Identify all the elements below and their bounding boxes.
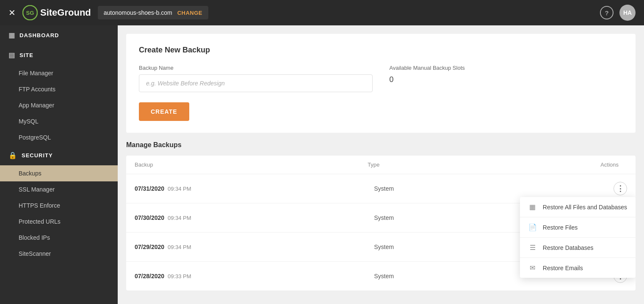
sidebar-item-mysql[interactable]: MySQL	[0, 113, 118, 129]
site-selector[interactable]: autonomous-shoes-b.com CHANGE	[98, 6, 208, 19]
sidebar-item-https-enforce[interactable]: HTTPS Enforce	[0, 197, 118, 214]
topbar-left: ✕ SG SiteGround autonomous-shoes-b.com C…	[8, 5, 208, 20]
restore-all-icon: ▦	[528, 203, 537, 211]
slots-value: 0	[390, 75, 623, 84]
backup-date-bold-0: 07/31/2020	[135, 185, 164, 192]
slots-label: Available Manual Backup Slots	[390, 65, 623, 71]
sidebar-item-ftp-accounts[interactable]: FTP Accounts	[0, 81, 118, 97]
create-backup-title: Create New Backup	[139, 46, 623, 55]
restore-databases-label: Restore Databases	[543, 244, 594, 251]
table-row: 07/31/2020 09:34 PM System ⋮ ▦ Restore A…	[126, 174, 636, 203]
backup-date-time-2: 09:34 PM	[168, 244, 191, 250]
sidebar-section-dashboard-label: DASHBOARD	[19, 32, 59, 38]
topbar: ✕ SG SiteGround autonomous-shoes-b.com C…	[0, 0, 644, 25]
restore-databases-icon: ☰	[528, 244, 537, 252]
site-icon: ▤	[8, 51, 15, 59]
table-header: Backup Type Actions	[126, 156, 636, 174]
backup-date-2: 07/29/2020 09:34 PM	[135, 244, 374, 250]
sidebar-section-security[interactable]: 🔒 SECURITY	[0, 145, 118, 165]
dropdown-menu: ▦ Restore All Files and Databases 📄 Rest…	[520, 197, 636, 278]
dashboard-icon: ▦	[8, 31, 15, 39]
backup-name-group: Backup Name	[139, 65, 373, 92]
backup-name-input[interactable]	[139, 74, 373, 92]
security-icon: 🔒	[8, 151, 17, 159]
close-button[interactable]: ✕	[8, 8, 16, 18]
backup-form-row: Backup Name Available Manual Backup Slot…	[139, 65, 623, 92]
dropdown-item-restore-databases[interactable]: ☰ Restore Databases	[520, 238, 636, 258]
sidebar-item-ssl-manager[interactable]: SSL Manager	[0, 181, 118, 197]
backup-date-time-0: 09:34 PM	[168, 186, 191, 192]
svg-text:SG: SG	[26, 10, 34, 16]
create-button[interactable]: CREATE	[139, 102, 189, 121]
sidebar: ▦ DASHBOARD ▤ SITE File Manager FTP Acco…	[0, 25, 118, 304]
restore-all-label: Restore All Files and Databases	[543, 204, 627, 211]
avatar[interactable]: HA	[619, 5, 636, 21]
backup-date-bold-3: 07/28/2020	[135, 273, 164, 279]
restore-files-label: Restore Files	[543, 224, 578, 231]
restore-emails-label: Restore Emails	[543, 265, 583, 271]
manage-backups-section: Manage Backups Backup Type Actions 07/31…	[126, 141, 636, 290]
create-backup-card: Create New Backup Backup Name Available …	[126, 34, 636, 133]
backup-date-time-3: 09:33 PM	[168, 273, 191, 279]
main-content: Create New Backup Backup Name Available …	[118, 25, 644, 304]
sidebar-item-postgresql[interactable]: PostgreSQL	[0, 129, 118, 145]
sidebar-item-backups[interactable]: Backups	[0, 165, 118, 181]
sidebar-item-file-manager[interactable]: File Manager	[0, 65, 118, 81]
sidebar-item-app-manager[interactable]: App Manager	[0, 97, 118, 113]
restore-emails-icon: ✉	[528, 264, 537, 272]
topbar-right: ? HA	[600, 5, 636, 21]
backup-name-label: Backup Name	[139, 65, 373, 71]
backup-date-1: 07/30/2020 09:34 PM	[135, 214, 374, 221]
logo: SG SiteGround	[22, 5, 91, 20]
manage-backups-title: Manage Backups	[126, 141, 636, 149]
sidebar-section-site[interactable]: ▤ SITE	[0, 45, 118, 65]
col-actions: Actions	[600, 162, 627, 168]
change-button[interactable]: CHANGE	[177, 10, 202, 16]
site-domain: autonomous-shoes-b.com	[104, 9, 172, 16]
logo-text: SiteGround	[40, 7, 91, 18]
backup-type-0: System	[374, 185, 614, 192]
sidebar-section-security-label: SECURITY	[22, 152, 53, 159]
dropdown-item-restore-emails[interactable]: ✉ Restore Emails	[520, 258, 636, 278]
help-button[interactable]: ?	[600, 6, 614, 19]
backup-date-bold-2: 07/29/2020	[135, 244, 164, 250]
sidebar-section-site-label: SITE	[19, 52, 33, 58]
col-type: Type	[368, 162, 600, 168]
sidebar-section-dashboard[interactable]: ▦ DASHBOARD	[0, 25, 118, 45]
dropdown-item-restore-all[interactable]: ▦ Restore All Files and Databases	[520, 197, 636, 217]
sidebar-item-protected-urls[interactable]: Protected URLs	[0, 214, 118, 230]
sidebar-item-blocked-ips[interactable]: Blocked IPs	[0, 230, 118, 246]
backup-date-time-1: 09:34 PM	[168, 215, 191, 221]
actions-menu-button-0[interactable]: ⋮	[614, 182, 627, 195]
dropdown-item-restore-files[interactable]: 📄 Restore Files	[520, 217, 636, 238]
backups-table: Backup Type Actions 07/31/2020 09:34 PM …	[126, 156, 636, 290]
backup-date-3: 07/28/2020 09:33 PM	[135, 273, 374, 279]
backup-date-0: 07/31/2020 09:34 PM	[135, 185, 374, 192]
sidebar-item-sitescanner[interactable]: SiteScanner	[0, 246, 118, 262]
col-backup: Backup	[135, 162, 368, 168]
logo-icon: SG	[22, 5, 38, 20]
restore-files-icon: 📄	[528, 223, 537, 231]
backup-date-bold-1: 07/30/2020	[135, 214, 164, 221]
slots-group: Available Manual Backup Slots 0	[390, 65, 623, 84]
actions-cell-0: ⋮ ▦ Restore All Files and Databases 📄 Re…	[614, 182, 627, 195]
